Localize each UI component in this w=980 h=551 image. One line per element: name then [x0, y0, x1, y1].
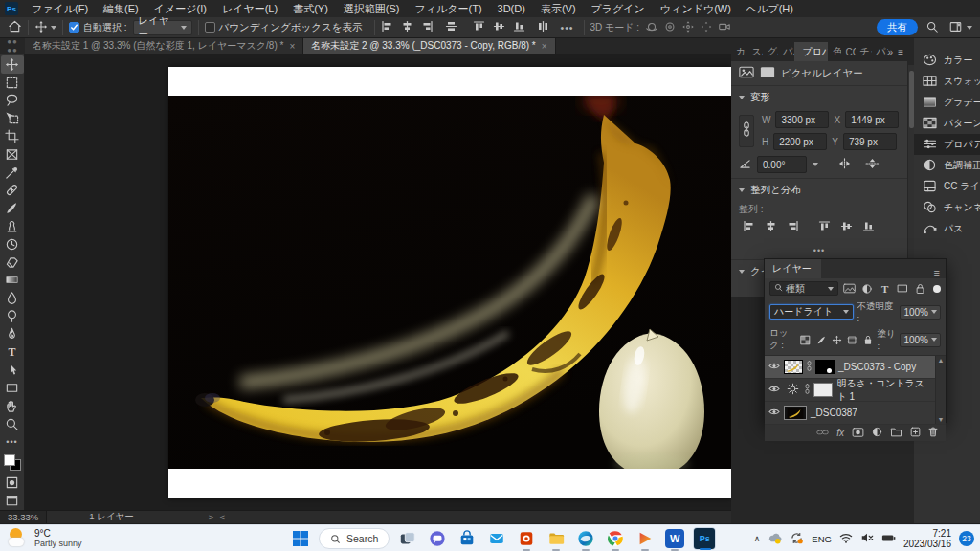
workspace-caret-icon[interactable]	[967, 26, 972, 30]
mail-app-icon[interactable]	[485, 527, 508, 550]
volume-muted-icon[interactable]	[860, 532, 874, 545]
home-icon[interactable]	[8, 19, 22, 35]
layer-thumbnail[interactable]	[784, 406, 807, 420]
blend-mode-dropdown[interactable]: ハードライト	[769, 304, 854, 320]
layer-mask-thumbnail[interactable]	[815, 360, 835, 374]
tray-sync-icon[interactable]	[790, 532, 804, 546]
layers-tab[interactable]: レイヤー	[765, 259, 821, 278]
mask-link-icon[interactable]	[807, 361, 812, 373]
blur-tool[interactable]	[1, 289, 24, 307]
3d-orbit-icon[interactable]	[645, 20, 658, 35]
prop-align-right-icon[interactable]	[787, 219, 799, 236]
tray-status-icon[interactable]	[768, 532, 782, 546]
marquee-tool[interactable]	[1, 74, 24, 92]
bounding-box-checkbox[interactable]	[205, 22, 215, 33]
lock-all-icon[interactable]	[861, 333, 873, 346]
document-canvas[interactable]	[168, 67, 731, 498]
visibility-eye-icon[interactable]	[768, 362, 780, 372]
photoshop-taskbar-icon[interactable]: Ps	[693, 527, 716, 550]
zoom-level-field[interactable]: 33.33%	[0, 511, 47, 523]
menu-image[interactable]: イメージ(I)	[146, 0, 214, 17]
brightness-contrast-icon[interactable]	[784, 383, 801, 397]
eraser-tool[interactable]	[1, 253, 24, 272]
auto-select-checkbox[interactable]	[69, 22, 79, 33]
taskbar-clock[interactable]: 7:21 2023/03/16	[903, 528, 951, 549]
visibility-eye-icon[interactable]	[768, 385, 780, 395]
zoom-tool[interactable]	[1, 415, 24, 433]
tray-chevron-icon[interactable]: ∧	[754, 534, 761, 543]
flip-horizontal-icon[interactable]	[837, 158, 852, 171]
3d-camera-icon[interactable]	[718, 20, 731, 35]
layer-style-button[interactable]: fx	[836, 428, 844, 438]
prop-align-top-icon[interactable]	[818, 219, 831, 236]
visibility-eye-icon[interactable]	[768, 408, 780, 418]
lock-transparency-icon[interactable]	[800, 333, 812, 346]
align-more-button[interactable]: •••	[561, 22, 574, 33]
close-tab-icon[interactable]: ×	[289, 41, 295, 52]
history-brush-tool[interactable]	[1, 235, 24, 253]
section-chevron-icon[interactable]	[739, 188, 745, 192]
menu-file[interactable]: ファイル(F)	[24, 0, 96, 17]
brush-tool[interactable]	[1, 199, 24, 217]
canvas-area[interactable]	[25, 54, 731, 510]
section-chevron-icon[interactable]	[739, 96, 745, 99]
panel-button-properties[interactable]: プロパティ	[914, 134, 980, 155]
layer-thumbnail[interactable]	[784, 360, 803, 374]
panel-button-patterns[interactable]: パターン	[914, 113, 980, 134]
panel-menu-icon[interactable]: ≡	[898, 47, 903, 57]
lasso-tool[interactable]	[1, 92, 24, 110]
crop-tool[interactable]	[1, 127, 24, 145]
foreground-background-colors[interactable]	[3, 453, 22, 473]
object-selection-tool[interactable]	[1, 109, 24, 127]
pen-tool[interactable]	[1, 325, 24, 343]
menu-3d[interactable]: 3D(D)	[490, 0, 533, 17]
align-more-button[interactable]: •••	[731, 242, 907, 259]
x-field[interactable]: 1449 px	[845, 111, 899, 128]
lock-artboard-icon[interactable]	[846, 333, 858, 346]
dodge-tool[interactable]	[1, 307, 24, 325]
tool-preset-caret-icon[interactable]	[51, 26, 56, 30]
align-top-icon[interactable]	[473, 20, 485, 34]
3d-slide-icon[interactable]	[700, 20, 713, 35]
add-adjustment-icon[interactable]	[872, 427, 882, 439]
gradient-tool[interactable]	[1, 272, 24, 290]
edge-browser-icon[interactable]	[574, 527, 597, 550]
align-left-icon[interactable]	[381, 20, 393, 34]
prop-align-middle-icon[interactable]	[840, 219, 853, 236]
move-tool[interactable]	[1, 55, 24, 74]
delete-layer-icon[interactable]	[928, 427, 938, 439]
menu-select[interactable]: 選択範囲(S)	[336, 0, 408, 17]
opacity-field[interactable]: 100%	[900, 305, 941, 320]
filter-shape-layers-icon[interactable]	[896, 282, 910, 296]
status-next-icon[interactable]: >	[209, 512, 214, 522]
panel-button-channels[interactable]: チャンネル	[914, 197, 980, 218]
layers-scrollbar[interactable]: ▲ ▼	[935, 356, 946, 424]
panel-grip-icon[interactable]: ●●●●	[0, 38, 25, 54]
align-middle-icon[interactable]	[493, 20, 505, 34]
3d-roll-icon[interactable]	[663, 20, 677, 35]
filter-toggle-icon[interactable]	[933, 285, 941, 293]
menu-type[interactable]: 書式(Y)	[285, 0, 336, 17]
panel-tab[interactable]: パス	[872, 42, 888, 61]
flip-vertical-icon[interactable]	[865, 158, 880, 171]
frame-tool[interactable]	[1, 145, 24, 164]
wifi-icon[interactable]	[839, 533, 853, 545]
panel-tab[interactable]: 色	[828, 42, 840, 61]
notification-badge[interactable]: 23	[959, 531, 974, 546]
add-mask-icon[interactable]	[852, 428, 864, 439]
mask-link-icon[interactable]	[805, 384, 810, 396]
taskbar-search[interactable]: Search	[319, 528, 390, 549]
share-button[interactable]: 共有	[877, 19, 918, 35]
filter-pixel-layers-icon[interactable]	[842, 282, 857, 296]
panel-tab[interactable]: カ...	[731, 42, 746, 61]
path-selection-tool[interactable]	[1, 362, 24, 380]
layer-name[interactable]: _DSC0373 - Copy	[838, 362, 916, 372]
menu-view[interactable]: 表示(V)	[533, 0, 584, 17]
prop-align-left-icon[interactable]	[743, 219, 755, 236]
battery-icon[interactable]	[881, 533, 896, 545]
layer-filter-dropdown[interactable]: 種類	[769, 281, 838, 296]
scroll-down-icon[interactable]: ▼	[938, 416, 945, 423]
store-app-icon[interactable]	[456, 527, 479, 550]
menu-layer[interactable]: レイヤー(L)	[214, 0, 285, 17]
3d-pan-icon[interactable]	[681, 20, 695, 35]
